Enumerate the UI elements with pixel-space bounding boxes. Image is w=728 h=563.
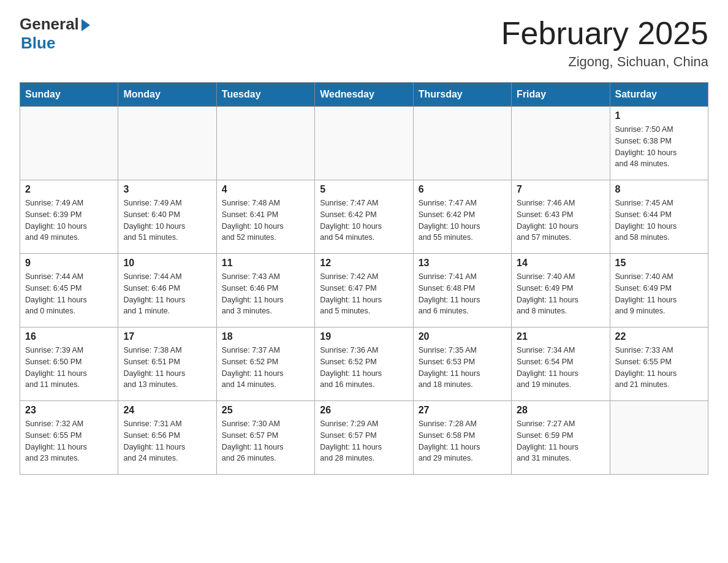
day-sun-info: Sunrise: 7:40 AM Sunset: 6:49 PM Dayligh… xyxy=(615,271,703,317)
day-number: 11 xyxy=(222,258,309,269)
calendar-table: SundayMondayTuesdayWednesdayThursdayFrid… xyxy=(20,82,708,475)
calendar-cell xyxy=(216,107,314,180)
calendar-cell xyxy=(512,107,610,180)
day-number: 10 xyxy=(123,258,211,269)
day-sun-info: Sunrise: 7:45 AM Sunset: 6:44 PM Dayligh… xyxy=(615,197,703,243)
day-number: 19 xyxy=(320,331,408,342)
day-number: 8 xyxy=(615,184,703,195)
logo-general-text: General xyxy=(20,15,79,34)
day-number: 18 xyxy=(222,331,309,342)
day-sun-info: Sunrise: 7:41 AM Sunset: 6:48 PM Dayligh… xyxy=(419,271,506,317)
day-number: 13 xyxy=(419,258,506,269)
day-number: 22 xyxy=(615,331,703,342)
calendar-week-row: 23Sunrise: 7:32 AM Sunset: 6:55 PM Dayli… xyxy=(20,401,708,475)
logo: General Blue xyxy=(20,15,90,53)
day-number: 6 xyxy=(419,184,506,195)
calendar-cell: 15Sunrise: 7:40 AM Sunset: 6:49 PM Dayli… xyxy=(610,254,708,327)
day-number: 7 xyxy=(517,184,604,195)
page-header: General Blue February 2025 Zigong, Sichu… xyxy=(20,15,708,70)
day-sun-info: Sunrise: 7:46 AM Sunset: 6:43 PM Dayligh… xyxy=(517,197,604,243)
day-number: 23 xyxy=(25,405,113,416)
day-sun-info: Sunrise: 7:48 AM Sunset: 6:41 PM Dayligh… xyxy=(222,197,309,243)
calendar-cell xyxy=(413,107,511,180)
day-number: 25 xyxy=(222,405,309,416)
day-sun-info: Sunrise: 7:36 AM Sunset: 6:52 PM Dayligh… xyxy=(320,345,408,391)
day-sun-info: Sunrise: 7:35 AM Sunset: 6:53 PM Dayligh… xyxy=(419,345,506,391)
calendar-cell: 14Sunrise: 7:40 AM Sunset: 6:49 PM Dayli… xyxy=(512,254,610,327)
calendar-cell: 21Sunrise: 7:34 AM Sunset: 6:54 PM Dayli… xyxy=(512,327,610,401)
calendar-cell: 5Sunrise: 7:47 AM Sunset: 6:42 PM Daylig… xyxy=(315,180,413,254)
day-sun-info: Sunrise: 7:30 AM Sunset: 6:57 PM Dayligh… xyxy=(222,418,309,464)
day-sun-info: Sunrise: 7:28 AM Sunset: 6:58 PM Dayligh… xyxy=(419,418,506,464)
day-sun-info: Sunrise: 7:33 AM Sunset: 6:55 PM Dayligh… xyxy=(615,345,703,391)
calendar-week-row: 9Sunrise: 7:44 AM Sunset: 6:45 PM Daylig… xyxy=(20,254,708,327)
day-sun-info: Sunrise: 7:37 AM Sunset: 6:52 PM Dayligh… xyxy=(222,345,309,391)
calendar-week-row: 2Sunrise: 7:49 AM Sunset: 6:39 PM Daylig… xyxy=(20,180,708,254)
day-sun-info: Sunrise: 7:50 AM Sunset: 6:38 PM Dayligh… xyxy=(615,124,703,170)
day-number: 2 xyxy=(25,184,113,195)
day-number: 26 xyxy=(320,405,408,416)
day-number: 16 xyxy=(25,331,113,342)
calendar-cell: 7Sunrise: 7:46 AM Sunset: 6:43 PM Daylig… xyxy=(512,180,610,254)
calendar-cell: 22Sunrise: 7:33 AM Sunset: 6:55 PM Dayli… xyxy=(610,327,708,401)
location-text: Zigong, Sichuan, China xyxy=(501,54,708,70)
day-sun-info: Sunrise: 7:47 AM Sunset: 6:42 PM Dayligh… xyxy=(419,197,506,243)
calendar-cell: 19Sunrise: 7:36 AM Sunset: 6:52 PM Dayli… xyxy=(315,327,413,401)
day-sun-info: Sunrise: 7:49 AM Sunset: 6:40 PM Dayligh… xyxy=(123,197,211,243)
calendar-cell: 25Sunrise: 7:30 AM Sunset: 6:57 PM Dayli… xyxy=(216,401,314,475)
day-number: 27 xyxy=(419,405,506,416)
day-sun-info: Sunrise: 7:47 AM Sunset: 6:42 PM Dayligh… xyxy=(320,197,408,243)
day-sun-info: Sunrise: 7:27 AM Sunset: 6:59 PM Dayligh… xyxy=(517,418,604,464)
day-sun-info: Sunrise: 7:49 AM Sunset: 6:39 PM Dayligh… xyxy=(25,197,113,243)
day-number: 28 xyxy=(517,405,604,416)
day-of-week-header: Tuesday xyxy=(216,83,314,107)
day-number: 1 xyxy=(615,110,703,121)
calendar-cell: 2Sunrise: 7:49 AM Sunset: 6:39 PM Daylig… xyxy=(20,180,118,254)
day-of-week-header: Wednesday xyxy=(315,83,413,107)
title-area: February 2025 Zigong, Sichuan, China xyxy=(501,15,708,70)
day-number: 3 xyxy=(123,184,211,195)
day-sun-info: Sunrise: 7:34 AM Sunset: 6:54 PM Dayligh… xyxy=(517,345,604,391)
calendar-cell: 13Sunrise: 7:41 AM Sunset: 6:48 PM Dayli… xyxy=(413,254,511,327)
day-number: 4 xyxy=(222,184,309,195)
calendar-cell xyxy=(315,107,413,180)
day-of-week-header: Sunday xyxy=(20,83,118,107)
day-of-week-header: Monday xyxy=(118,83,216,107)
day-number: 24 xyxy=(123,405,211,416)
calendar-cell: 4Sunrise: 7:48 AM Sunset: 6:41 PM Daylig… xyxy=(216,180,314,254)
day-sun-info: Sunrise: 7:29 AM Sunset: 6:57 PM Dayligh… xyxy=(320,418,408,464)
day-number: 14 xyxy=(517,258,604,269)
day-sun-info: Sunrise: 7:43 AM Sunset: 6:46 PM Dayligh… xyxy=(222,271,309,317)
day-number: 5 xyxy=(320,184,408,195)
calendar-cell: 10Sunrise: 7:44 AM Sunset: 6:46 PM Dayli… xyxy=(118,254,216,327)
calendar-cell: 27Sunrise: 7:28 AM Sunset: 6:58 PM Dayli… xyxy=(413,401,511,475)
calendar-week-row: 1Sunrise: 7:50 AM Sunset: 6:38 PM Daylig… xyxy=(20,107,708,180)
day-sun-info: Sunrise: 7:39 AM Sunset: 6:50 PM Dayligh… xyxy=(25,345,113,391)
day-number: 21 xyxy=(517,331,604,342)
calendar-cell: 6Sunrise: 7:47 AM Sunset: 6:42 PM Daylig… xyxy=(413,180,511,254)
calendar-cell: 26Sunrise: 7:29 AM Sunset: 6:57 PM Dayli… xyxy=(315,401,413,475)
day-sun-info: Sunrise: 7:38 AM Sunset: 6:51 PM Dayligh… xyxy=(123,345,211,391)
day-sun-info: Sunrise: 7:44 AM Sunset: 6:45 PM Dayligh… xyxy=(25,271,113,317)
day-sun-info: Sunrise: 7:40 AM Sunset: 6:49 PM Dayligh… xyxy=(517,271,604,317)
day-number: 12 xyxy=(320,258,408,269)
calendar-cell: 23Sunrise: 7:32 AM Sunset: 6:55 PM Dayli… xyxy=(20,401,118,475)
day-sun-info: Sunrise: 7:31 AM Sunset: 6:56 PM Dayligh… xyxy=(123,418,211,464)
calendar-cell: 3Sunrise: 7:49 AM Sunset: 6:40 PM Daylig… xyxy=(118,180,216,254)
day-sun-info: Sunrise: 7:44 AM Sunset: 6:46 PM Dayligh… xyxy=(123,271,211,317)
month-title: February 2025 xyxy=(501,15,708,52)
calendar-cell xyxy=(610,401,708,475)
calendar-cell: 24Sunrise: 7:31 AM Sunset: 6:56 PM Dayli… xyxy=(118,401,216,475)
logo-blue-text: Blue xyxy=(21,34,55,53)
calendar-cell: 17Sunrise: 7:38 AM Sunset: 6:51 PM Dayli… xyxy=(118,327,216,401)
day-sun-info: Sunrise: 7:32 AM Sunset: 6:55 PM Dayligh… xyxy=(25,418,113,464)
calendar-cell: 9Sunrise: 7:44 AM Sunset: 6:45 PM Daylig… xyxy=(20,254,118,327)
day-of-week-header: Thursday xyxy=(413,83,511,107)
day-sun-info: Sunrise: 7:42 AM Sunset: 6:47 PM Dayligh… xyxy=(320,271,408,317)
day-number: 15 xyxy=(615,258,703,269)
calendar-cell: 1Sunrise: 7:50 AM Sunset: 6:38 PM Daylig… xyxy=(610,107,708,180)
calendar-header-row: SundayMondayTuesdayWednesdayThursdayFrid… xyxy=(20,83,708,107)
calendar-cell: 20Sunrise: 7:35 AM Sunset: 6:53 PM Dayli… xyxy=(413,327,511,401)
calendar-week-row: 16Sunrise: 7:39 AM Sunset: 6:50 PM Dayli… xyxy=(20,327,708,401)
calendar-cell: 16Sunrise: 7:39 AM Sunset: 6:50 PM Dayli… xyxy=(20,327,118,401)
